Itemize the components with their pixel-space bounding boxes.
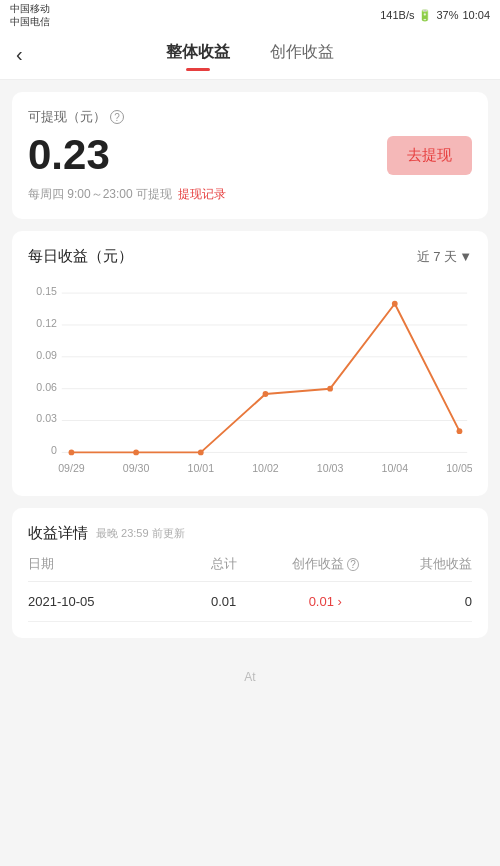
svg-text:09/29: 09/29 <box>58 462 85 474</box>
battery-level: 37% <box>436 9 458 21</box>
earnings-chart: 0.15 0.12 0.09 0.06 0.03 0 09/29 09/30 1… <box>28 280 472 480</box>
detail-card: 收益详情 最晚 23:59 前更新 日期 总计 创作收益 ? 其他收益 2021… <box>12 508 488 638</box>
row-total: 0.01 <box>179 594 269 609</box>
svg-text:0.06: 0.06 <box>36 381 57 393</box>
svg-text:0.03: 0.03 <box>36 412 57 424</box>
svg-text:10/04: 10/04 <box>382 462 409 474</box>
withdraw-label: 可提现（元） ? <box>28 108 472 126</box>
svg-text:10/02: 10/02 <box>252 462 279 474</box>
status-right: 141B/s 🔋 37% 10:04 <box>380 9 490 22</box>
svg-text:0: 0 <box>51 444 57 456</box>
tab-create[interactable]: 创作收益 <box>270 42 334 67</box>
withdraw-card: 可提现（元） ? 0.23 去提现 每周四 9:00～23:00 可提现 提现记… <box>12 92 488 219</box>
detail-table: 日期 总计 创作收益 ? 其他收益 2021-10-05 0.01 0.01 ›… <box>28 555 472 622</box>
chart-filter[interactable]: 近 7 天 ▼ <box>417 248 472 266</box>
row-other: 0 <box>382 594 472 609</box>
withdraw-button[interactable]: 去提现 <box>387 136 472 175</box>
svg-point-25 <box>457 428 463 434</box>
chevron-down-icon: ▼ <box>459 249 472 264</box>
chart-header: 每日收益（元） 近 7 天 ▼ <box>28 247 472 266</box>
time-display: 10:04 <box>462 9 490 21</box>
network-speed: 141B/s <box>380 9 414 21</box>
withdraw-record-link[interactable]: 提现记录 <box>178 186 226 203</box>
carrier-info: 中国移动 中国电信 <box>10 2 50 28</box>
svg-text:0.12: 0.12 <box>36 317 57 329</box>
table-header: 日期 总计 创作收益 ? 其他收益 <box>28 555 472 582</box>
chart-title: 每日收益（元） <box>28 247 133 266</box>
bottom-text: At <box>0 650 500 704</box>
create-link[interactable]: 0.01 › <box>269 594 382 609</box>
col-header-other: 其他收益 <box>382 555 472 573</box>
svg-text:10/03: 10/03 <box>317 462 344 474</box>
nav-bar: ‹ 整体收益 创作收益 <box>0 30 500 80</box>
help-icon-create[interactable]: ? <box>347 558 359 571</box>
svg-text:0.09: 0.09 <box>36 349 57 361</box>
svg-point-20 <box>133 449 139 455</box>
row-create: 0.01 › <box>269 594 382 609</box>
detail-title: 收益详情 <box>28 524 88 543</box>
help-icon[interactable]: ? <box>110 110 124 124</box>
svg-text:10/01: 10/01 <box>187 462 214 474</box>
svg-text:0.15: 0.15 <box>36 285 57 297</box>
svg-point-19 <box>69 449 75 455</box>
svg-point-21 <box>198 449 204 455</box>
svg-text:10/05: 10/05 <box>446 462 472 474</box>
withdraw-note: 每周四 9:00～23:00 可提现 提现记录 <box>28 186 472 203</box>
battery-icon: 🔋 <box>418 9 432 22</box>
chart-container: 0.15 0.12 0.09 0.06 0.03 0 09/29 09/30 1… <box>28 280 472 480</box>
row-date: 2021-10-05 <box>28 594 179 609</box>
svg-point-22 <box>263 391 269 397</box>
svg-point-23 <box>327 386 333 392</box>
withdraw-amount: 0.23 <box>28 134 110 176</box>
withdraw-amount-row: 0.23 去提现 <box>28 134 472 176</box>
status-bar: 中国移动 中国电信 141B/s 🔋 37% 10:04 <box>0 0 500 30</box>
tab-overall[interactable]: 整体收益 <box>166 42 230 67</box>
back-button[interactable]: ‹ <box>16 43 23 66</box>
svg-text:09/30: 09/30 <box>123 462 150 474</box>
detail-header: 收益详情 最晚 23:59 前更新 <box>28 524 472 543</box>
col-header-create: 创作收益 ? <box>269 555 382 573</box>
col-header-date: 日期 <box>28 555 179 573</box>
col-header-total: 总计 <box>179 555 269 573</box>
nav-tabs: 整体收益 创作收益 <box>166 42 334 67</box>
table-row: 2021-10-05 0.01 0.01 › 0 <box>28 582 472 622</box>
detail-update: 最晚 23:59 前更新 <box>96 526 185 541</box>
svg-point-24 <box>392 301 398 307</box>
chart-card: 每日收益（元） 近 7 天 ▼ 0.15 0.12 0.09 0.06 0.03… <box>12 231 488 496</box>
